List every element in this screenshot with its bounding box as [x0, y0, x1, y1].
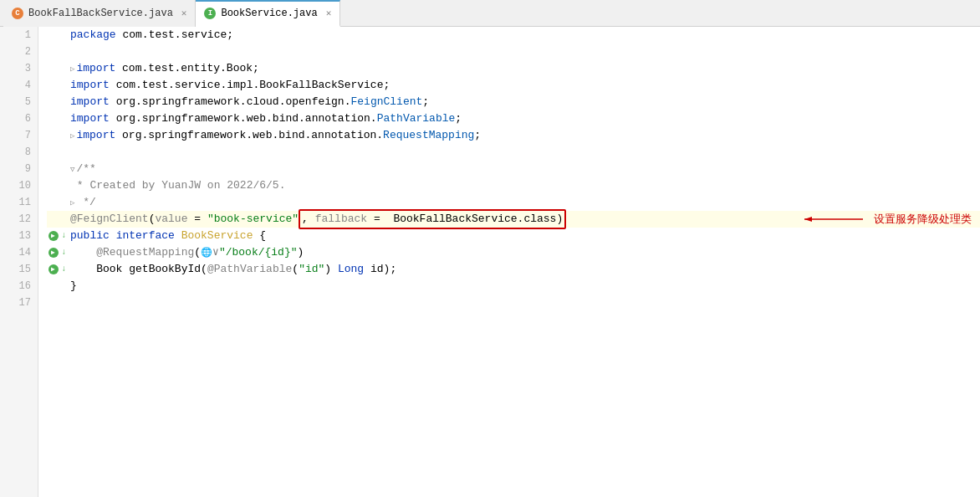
line-num-15: 15 — [0, 261, 38, 278]
editor-window: C BookFallBackService.java ✕ I BookServi… — [0, 0, 980, 497]
line-num-13: 13 — [0, 228, 38, 244]
arrow-svg — [800, 211, 867, 228]
tab-bookfallback[interactable]: C BookFallBackService.java ✕ — [3, 0, 196, 27]
line13-text: public interface BookService { — [70, 228, 266, 244]
gutter-15: ▶ ↓ — [47, 264, 70, 274]
code-line-1: package com.test.service; — [47, 27, 980, 44]
line1-text: package com.test.service; — [70, 27, 233, 44]
tab-bookservice[interactable]: I BookService.java ✕ — [196, 0, 340, 27]
line-num-4: 4 — [0, 77, 38, 94]
line10-text: * Created by YuanJW on 2022/6/5. — [70, 177, 285, 194]
gutter-14: ▶ ↓ — [47, 248, 70, 258]
code-line-10: * Created by YuanJW on 2022/6/5. — [47, 177, 980, 194]
tab-icon-bookservice: I — [204, 8, 216, 19]
code-line-11: ▷ */ — [47, 194, 980, 211]
line-num-2: 2 — [0, 44, 38, 60]
line-num-11: 11 — [0, 194, 38, 211]
code-line-6: import org.springframework.web.bind.anno… — [47, 110, 980, 127]
line3-text: ▷import com.test.entity.Book; — [70, 60, 259, 78]
code-line-16: } — [47, 278, 980, 295]
line4-text: import com.test.service.impl.BookFallBac… — [70, 77, 390, 94]
gutter-13: ▶ ↓ — [47, 231, 70, 241]
code-line-9: ▽/** — [47, 161, 980, 177]
tab-label-bookfallback: BookFallBackService.java — [28, 8, 173, 19]
gutter-icon-13a[interactable]: ▶ — [48, 231, 59, 241]
line5-text: import org.springframework.cloud.openfei… — [70, 94, 429, 110]
line-numbers: 1 2 3 4 5 6 7 8 9 10 11 12 13 14 15 16 1… — [0, 27, 38, 497]
line14-text: @RequestMapping(🌐∨"/book/{id}") — [70, 244, 304, 261]
line-num-5: 5 — [0, 94, 38, 110]
gutter-icon-15b[interactable]: ↓ — [59, 264, 69, 274]
line-num-3: 3 — [0, 60, 38, 77]
line-num-10: 10 — [0, 177, 38, 194]
annotation-text: 设置服务降级处理类 — [874, 211, 972, 228]
line-num-16: 16 — [0, 278, 38, 295]
code-line-14: ▶ ↓ @RequestMapping(🌐∨"/book/{id}") — [47, 244, 980, 261]
tab-close-bookservice[interactable]: ✕ — [326, 8, 332, 18]
code-line-17 — [47, 295, 980, 311]
line-num-8: 8 — [0, 144, 38, 161]
gutter-icon-15a[interactable]: ▶ — [48, 264, 59, 274]
code-line-12: @FeignClient(value = "book-service", fal… — [47, 211, 980, 228]
tab-label-bookservice: BookService.java — [221, 8, 317, 19]
line12-text: @FeignClient(value = "book-service", fal… — [70, 209, 566, 229]
code-line-13: ▶ ↓ public interface BookService { — [47, 228, 980, 244]
editor-body: 1 2 3 4 5 6 7 8 9 10 11 12 13 14 15 16 1… — [0, 27, 980, 497]
code-line-8 — [47, 144, 980, 161]
gutter-icon-14a[interactable]: ▶ — [48, 248, 59, 258]
tab-bar: C BookFallBackService.java ✕ I BookServi… — [0, 0, 980, 27]
line7-text: ▷import org.springframework.web.bind.ann… — [70, 127, 481, 145]
line16-text: } — [70, 278, 77, 295]
line8-text — [70, 144, 77, 161]
code-line-4: import com.test.service.impl.BookFallBac… — [47, 77, 980, 94]
line-num-12: 12 — [0, 211, 38, 228]
line-num-17: 17 — [0, 295, 38, 311]
line-num-6: 6 — [0, 110, 38, 127]
line17-text — [70, 295, 77, 311]
line9-text: ▽/** — [70, 161, 96, 178]
code-line-2 — [47, 44, 980, 60]
code-line-15: ▶ ↓ Book getBookById(@PathVariable("id")… — [47, 261, 980, 278]
line6-text: import org.springframework.web.bind.anno… — [70, 110, 462, 127]
line-num-14: 14 — [0, 244, 38, 261]
code-line-5: import org.springframework.cloud.openfei… — [47, 94, 980, 110]
line-num-9: 9 — [0, 161, 38, 177]
code-area[interactable]: package com.test.service; ▷import com.te… — [38, 27, 980, 497]
line-num-1: 1 — [0, 27, 38, 44]
gutter-icon-13b[interactable]: ↓ — [59, 231, 69, 241]
code-line-7: ▷import org.springframework.web.bind.ann… — [47, 127, 980, 144]
annotation-arrow: 设置服务降级处理类 — [800, 211, 972, 228]
code-line-3: ▷import com.test.entity.Book; — [47, 60, 980, 77]
gutter-icon-14b[interactable]: ↓ — [59, 248, 69, 258]
line-num-7: 7 — [0, 127, 38, 144]
line2-text — [70, 44, 77, 60]
tab-icon-bookfallback: C — [12, 8, 23, 19]
tab-close-bookfallback[interactable]: ✕ — [181, 8, 187, 18]
line15-text: Book getBookById(@PathVariable("id") Lon… — [70, 261, 396, 278]
